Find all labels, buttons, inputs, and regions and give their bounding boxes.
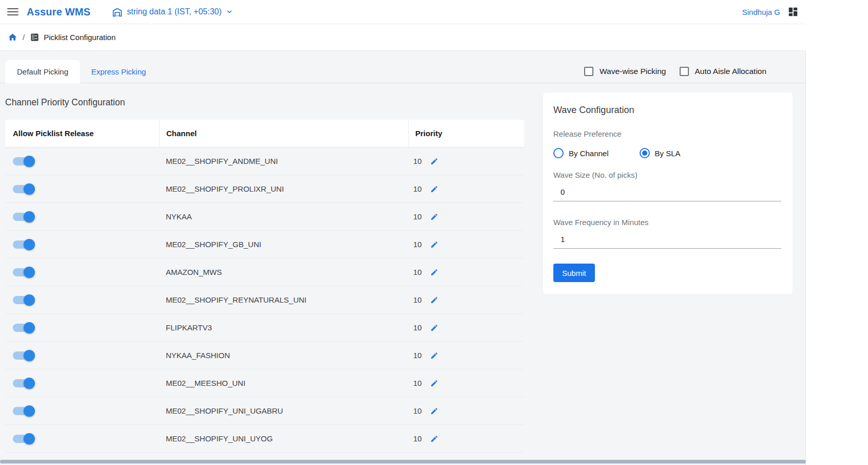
table-header: Allow Picklist Release Channel Priority xyxy=(5,120,524,147)
apps-grid-icon[interactable] xyxy=(787,6,799,17)
edit-priority-icon[interactable] xyxy=(430,351,438,360)
by-sla-radio[interactable] xyxy=(640,148,650,158)
table-row: ME02__SHOPIFY_PROLIXR_UNI 10 xyxy=(5,175,524,203)
toggle-thumb xyxy=(24,294,35,306)
allow-picklist-release-toggle[interactable] xyxy=(13,156,34,167)
channel-name: ME02__SHOPIFY_PROLIXR_UNI xyxy=(159,175,408,202)
table-row: ME02__MEESHO_UNI 10 xyxy=(5,369,524,397)
home-icon[interactable] xyxy=(8,32,17,42)
allow-picklist-release-toggle[interactable] xyxy=(13,322,34,333)
toggle-thumb xyxy=(24,405,35,417)
wave-size-input[interactable] xyxy=(553,183,781,201)
tab-express-picking[interactable]: Express Picking xyxy=(85,60,152,83)
toggle-thumb xyxy=(24,378,35,389)
breadcrumb-page-title: Picklist Configuration xyxy=(44,33,115,42)
facility-label: string data 1 (IST, +05:30) xyxy=(127,7,222,16)
wave-configuration-card: Wave Configuration Release Preference By… xyxy=(543,92,793,294)
warehouse-icon xyxy=(112,7,123,17)
release-preference-label: Release Preference xyxy=(553,129,622,138)
toggle-thumb xyxy=(24,350,35,361)
facility-selector[interactable]: string data 1 (IST, +05:30) xyxy=(112,7,233,17)
wave-frequency-label: Wave Frequency in Minutes xyxy=(553,218,648,227)
toggle-thumb xyxy=(24,322,35,333)
content-region: Assure WMS string data 1 (IST, +05:30) S… xyxy=(0,0,806,465)
priority-value: 10 xyxy=(413,323,422,332)
wave-wise-picking-checkbox[interactable] xyxy=(584,67,593,76)
col-priority: Priority xyxy=(408,120,524,147)
top-navbar: Assure WMS string data 1 (IST, +05:30) S… xyxy=(0,0,806,24)
horizontal-scrollbar[interactable] xyxy=(0,459,806,464)
allow-picklist-release-toggle[interactable] xyxy=(13,378,34,389)
table-row: NYKAA_FASHION 10 xyxy=(5,342,524,369)
horizontal-scrollbar-thumb[interactable] xyxy=(0,460,806,463)
priority-value: 10 xyxy=(413,406,422,415)
priority-value: 10 xyxy=(413,351,422,360)
allow-picklist-release-toggle[interactable] xyxy=(13,350,34,361)
toggle-thumb xyxy=(24,239,35,250)
channel-priority-table: Allow Picklist Release Channel Priority … xyxy=(5,120,524,453)
priority-value: 10 xyxy=(413,157,422,165)
toggle-thumb xyxy=(24,211,35,222)
channel-name: ME02__SHOPIFY_REYNATURALS_UNI xyxy=(159,286,408,313)
allow-picklist-release-toggle[interactable] xyxy=(13,294,34,306)
channel-name: AMAZON_MWS xyxy=(159,258,408,286)
edit-priority-icon[interactable] xyxy=(430,185,438,193)
picking-options: Wave-wise Picking Auto Aisle Allocation xyxy=(584,60,766,83)
by-sla-label: By SLA xyxy=(655,149,681,158)
col-allow-picklist-release: Allow Picklist Release xyxy=(5,120,159,147)
edit-priority-icon[interactable] xyxy=(430,296,438,304)
wave-size-label: Wave Size (No. of picks) xyxy=(553,171,638,179)
edit-priority-icon[interactable] xyxy=(430,213,438,221)
priority-value: 10 xyxy=(413,295,422,304)
edit-priority-icon[interactable] xyxy=(430,435,438,443)
wave-wise-picking-label: Wave-wise Picking xyxy=(600,67,666,76)
channel-name: NYKAA_FASHION xyxy=(159,342,408,369)
edit-priority-icon[interactable] xyxy=(430,268,438,276)
edit-priority-icon[interactable] xyxy=(430,407,438,415)
channel-priority-title: Channel Priority Configuration xyxy=(5,97,125,108)
table-row: ME02__SHOPIFY_ANDME_UNI 10 xyxy=(5,147,524,175)
by-channel-radio[interactable] xyxy=(553,148,564,158)
breadcrumb: / Picklist Configuration xyxy=(0,24,806,51)
wave-frequency-input[interactable] xyxy=(553,230,781,249)
priority-value: 10 xyxy=(413,212,422,221)
chevron-down-icon xyxy=(226,8,233,15)
channel-name: FLIPKARTV3 xyxy=(159,314,408,341)
channel-name: ME02__SHOPIFY_GB_UNI xyxy=(159,231,408,258)
allow-picklist-release-toggle[interactable] xyxy=(13,267,34,278)
user-menu[interactable]: Sindhuja G xyxy=(742,8,780,16)
tab-default-picking[interactable]: Default Picking xyxy=(5,60,80,83)
allow-picklist-release-toggle[interactable] xyxy=(13,433,34,444)
release-preference-radios: By Channel By SLA xyxy=(553,147,681,159)
edit-priority-icon[interactable] xyxy=(430,379,438,387)
priority-value: 10 xyxy=(413,268,422,276)
submit-button[interactable]: Submit xyxy=(553,264,595,282)
toggle-thumb xyxy=(24,156,35,167)
by-channel-option: By Channel xyxy=(553,148,609,158)
edit-priority-icon[interactable] xyxy=(430,324,438,332)
edit-priority-icon[interactable] xyxy=(430,240,438,249)
menu-hamburger-icon[interactable] xyxy=(7,8,18,15)
allow-picklist-release-toggle[interactable] xyxy=(13,239,34,250)
auto-aisle-allocation-option: Auto Aisle Allocation xyxy=(680,67,767,76)
col-channel: Channel xyxy=(159,120,408,147)
edit-priority-icon[interactable] xyxy=(430,157,438,165)
toggle-thumb xyxy=(24,183,35,195)
breadcrumb-separator: / xyxy=(23,33,25,42)
table-row: AMAZON_MWS 10 xyxy=(5,258,524,286)
table-row: ME02__SHOPIFY_UNI_UGABRU 10 xyxy=(5,397,524,425)
channel-name: ME02__SHOPIFY_UNI_UGABRU xyxy=(159,397,408,424)
allow-picklist-release-toggle[interactable] xyxy=(13,183,34,195)
allow-picklist-release-toggle[interactable] xyxy=(13,211,34,222)
auto-aisle-allocation-label: Auto Aisle Allocation xyxy=(695,67,767,76)
channel-name: ME02__SHOPIFY_UNI_UYOG xyxy=(159,425,408,452)
app-title[interactable]: Assure WMS xyxy=(27,6,90,18)
priority-value: 10 xyxy=(413,379,422,387)
allow-picklist-release-toggle[interactable] xyxy=(13,405,34,417)
toggle-thumb xyxy=(24,267,35,278)
channel-name: ME02__SHOPIFY_ANDME_UNI xyxy=(159,147,408,175)
toggle-thumb xyxy=(24,433,35,444)
table-row: ME02__SHOPIFY_REYNATURALS_UNI 10 xyxy=(5,286,524,314)
table-row: FLIPKARTV3 10 xyxy=(5,314,524,342)
auto-aisle-allocation-checkbox[interactable] xyxy=(680,67,689,76)
